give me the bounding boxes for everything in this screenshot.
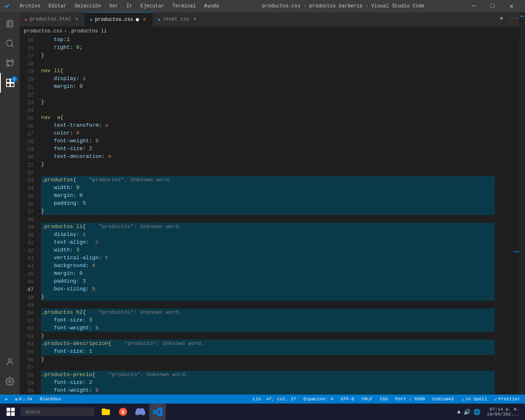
menu-terminal[interactable]: Terminal: [169, 2, 199, 10]
status-remote[interactable]: ⇌: [3, 395, 9, 404]
taskbar-system-icons[interactable]: ▲ 🔊 🌐: [455, 407, 482, 416]
activity-settings[interactable]: [0, 372, 20, 391]
line-number-23: 23: [20, 99, 37, 107]
close-button[interactable]: ✕: [502, 0, 521, 12]
code-line-40: display: i: [41, 231, 495, 238]
line-number-32: 32: [20, 169, 37, 177]
code-line-50: .productos h2{ "productos": Unknown word…: [41, 308, 495, 316]
status-ai[interactable]: CodiumAI: [431, 395, 456, 404]
taskbar-app-discord[interactable]: [132, 404, 148, 420]
tab-productos-html[interactable]: ◈ productos.html ×: [20, 12, 85, 26]
status-left: ⇌ ⊗ 0 ⚠ 34 Blackbox: [3, 395, 63, 404]
tab-close-productos-html[interactable]: ×: [73, 16, 79, 23]
code-line-56: }: [41, 355, 495, 363]
status-language[interactable]: CSS: [378, 395, 390, 404]
taskbar-app-file-explorer[interactable]: [98, 404, 114, 420]
menu-archivo[interactable]: Archivo: [16, 2, 43, 10]
right-scrollbar-thumb[interactable]: [520, 16, 524, 17]
code-line-26: text-transform: u: [41, 121, 495, 129]
tab-close-productos-css[interactable]: ×: [142, 16, 147, 23]
menu-ejecutar[interactable]: Ejecutar: [137, 2, 167, 10]
tab-reset-css[interactable]: ◈ reset.css ×: [153, 12, 203, 26]
position-text: Lín. 47, col. 27: [253, 397, 296, 402]
menu-ver[interactable]: Ver: [106, 2, 121, 10]
code-line-44: background: #: [41, 262, 495, 269]
menu-editar[interactable]: Editar: [45, 2, 69, 10]
line-number-59: 59: [20, 379, 37, 387]
taskbar-right: ▲ 🔊 🌐 07:14 p. m. 19/05/202...: [455, 407, 523, 417]
line-number-51: 51: [20, 317, 37, 325]
line-number-40: 40: [20, 231, 37, 239]
status-eol[interactable]: CRLF: [360, 395, 374, 404]
titlebar: Archivo Editar Selección Ver Ir Ejecutar…: [0, 0, 525, 12]
status-position[interactable]: Lín. 47, col. 27: [251, 395, 298, 404]
line-number-20: 20: [20, 75, 37, 83]
activity-search[interactable]: [0, 34, 20, 53]
status-encoding[interactable]: UTF-8: [339, 395, 356, 404]
line-number-25: 25: [20, 114, 37, 122]
tab-close-reset-css[interactable]: ×: [192, 16, 198, 23]
code-line-21: margin: 0: [41, 82, 495, 90]
line-number-44: 44: [20, 262, 37, 270]
activity-account[interactable]: [0, 352, 20, 372]
minimap-visible-indicator: [514, 251, 519, 252]
code-line-60: font-weight: b: [41, 386, 495, 394]
code-line-20: display: i: [41, 75, 495, 82]
status-bar: ⇌ ⊗ 0 ⚠ 34 Blackbox Lín. 47, col. 27 Esp…: [0, 395, 525, 404]
line-number-38: 38: [20, 216, 37, 224]
status-errors[interactable]: ⊗ 0 ⚠ 34: [14, 395, 34, 404]
svg-rect-7: [7, 79, 10, 82]
plugin-label: Blackbox: [40, 397, 62, 402]
css-icon: ◈: [90, 17, 93, 22]
menu-ir[interactable]: Ir: [123, 2, 135, 10]
code-line-61: margin-top: 1: [41, 394, 495, 395]
line-number-54: 54: [20, 340, 37, 348]
taskbar-search-input[interactable]: [21, 407, 94, 416]
taskbar-clock[interactable]: 07:14 p. m. 19/05/202...: [484, 407, 523, 417]
line-number-15: 15: [20, 37, 37, 44]
menu-ayuda[interactable]: Ayuda: [201, 2, 222, 10]
svg-point-5: [11, 60, 14, 62]
code-line-30: text-decoration: n: [41, 153, 495, 160]
svg-point-11: [8, 359, 11, 362]
tab-productos-css[interactable]: ◈ productos.css ×: [85, 12, 153, 26]
line-number-60: 60: [20, 387, 37, 395]
status-port[interactable]: Port : 5500: [394, 395, 427, 404]
code-line-23: }: [41, 98, 495, 106]
activity-extensions[interactable]: 2: [0, 73, 20, 93]
line-number-57: 57: [20, 364, 37, 372]
prettier-icon: ✓: [495, 397, 498, 402]
activity-source-control[interactable]: [0, 53, 20, 73]
minimize-button[interactable]: ─: [464, 0, 483, 12]
svg-rect-10: [11, 83, 14, 87]
line-number-17: 17: [20, 52, 37, 60]
breadcrumb-file[interactable]: productos.css: [24, 28, 62, 34]
run-button[interactable]: ▶: [496, 12, 508, 24]
svg-point-6: [7, 64, 9, 67]
tab-label-productos-css: productos.css: [95, 17, 133, 23]
code-line-52: font-weight: b: [41, 324, 495, 332]
activity-explorer[interactable]: [0, 14, 20, 34]
status-plugin[interactable]: Blackbox: [38, 395, 63, 404]
window-controls[interactable]: ─ □ ✕: [464, 0, 521, 12]
breadcrumb: productos.css › .productos li: [20, 27, 519, 36]
code-content[interactable]: top:1 right: 0;} nav li{ display: i marg…: [37, 36, 495, 395]
start-button[interactable]: [2, 404, 19, 420]
encoding-text: UTF-8: [340, 397, 354, 402]
more-actions-button[interactable]: ···: [508, 12, 519, 24]
maximize-button[interactable]: □: [483, 0, 502, 12]
breadcrumb-selector[interactable]: .productos li: [68, 28, 107, 34]
taskbar-app-vscode[interactable]: [149, 404, 166, 420]
css-icon2: ◈: [158, 17, 161, 22]
code-line-17: }: [41, 51, 495, 59]
code-line-46: padding: 3: [41, 277, 495, 285]
status-spaces[interactable]: Espacios: 4: [302, 395, 335, 404]
code-line-28: font-weight: b: [41, 137, 495, 145]
status-prettier[interactable]: ✓ Prettier: [493, 395, 522, 404]
menu-seleccion[interactable]: Selección: [71, 2, 105, 10]
svg-rect-16: [11, 412, 15, 416]
taskbar-app-brave[interactable]: B: [115, 404, 131, 420]
menu-bar[interactable]: Archivo Editar Selección Ver Ir Ejecutar…: [16, 2, 222, 10]
status-spell[interactable]: ⚠ 14 Spell: [460, 395, 488, 404]
line-number-46: 46: [20, 278, 37, 286]
